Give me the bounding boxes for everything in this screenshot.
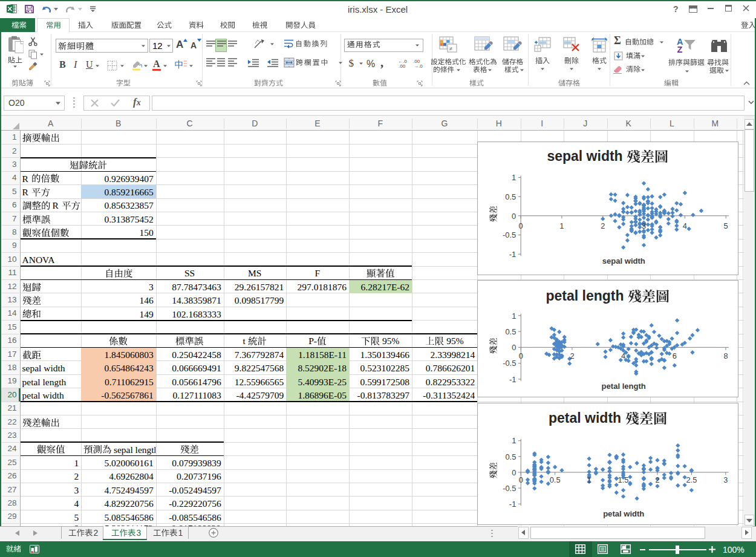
svg-text:0: 0 [519,351,523,360]
svg-text:2: 2 [570,351,574,360]
svg-text:0.5: 0.5 [550,475,561,484]
svg-text:4: 4 [683,221,687,230]
svg-text:petal length: petal length [602,381,646,390]
svg-text:0: 0 [519,221,523,230]
svg-text:2: 2 [655,475,659,484]
svg-text:-0.5: -0.5 [503,230,516,239]
svg-text:0.5: 0.5 [505,452,516,461]
svg-text:5: 5 [724,221,728,230]
svg-text:-0.5: -0.5 [503,483,516,492]
svg-text:sepal width: sepal width [602,256,645,265]
svg-text:0: 0 [519,475,523,484]
svg-text:-1: -1 [509,249,516,258]
svg-text:.00: .00 [399,64,406,68]
svg-text:0.5: 0.5 [505,327,516,336]
svg-text:0: 0 [512,467,516,477]
svg-text:2.5: 2.5 [686,475,697,484]
svg-text:4: 4 [621,351,625,360]
svg-text:1: 1 [512,436,516,445]
svg-text:1.5: 1.5 [618,475,629,484]
svg-text:1: 1 [587,475,591,484]
svg-text:8: 8 [723,351,728,360]
svg-text:≠: ≠ [449,45,453,52]
svg-text:-1: -1 [509,499,516,508]
svg-text:0: 0 [512,211,516,220]
svg-text:3: 3 [723,475,728,484]
svg-text:-0.5: -0.5 [503,359,516,368]
svg-text:6: 6 [673,351,677,360]
svg-text:1: 1 [512,173,516,182]
svg-text:-1: -1 [509,374,516,383]
svg-text:1: 1 [559,221,564,230]
svg-text:petal width: petal width [603,509,644,518]
svg-text:2: 2 [601,221,605,230]
svg-text:Z: Z [677,45,683,53]
svg-text:0.5: 0.5 [505,192,516,201]
svg-text:3: 3 [642,221,646,230]
svg-text:0: 0 [512,343,516,352]
svg-text:→.0: →.0 [414,64,423,68]
svg-text:1: 1 [512,311,516,320]
